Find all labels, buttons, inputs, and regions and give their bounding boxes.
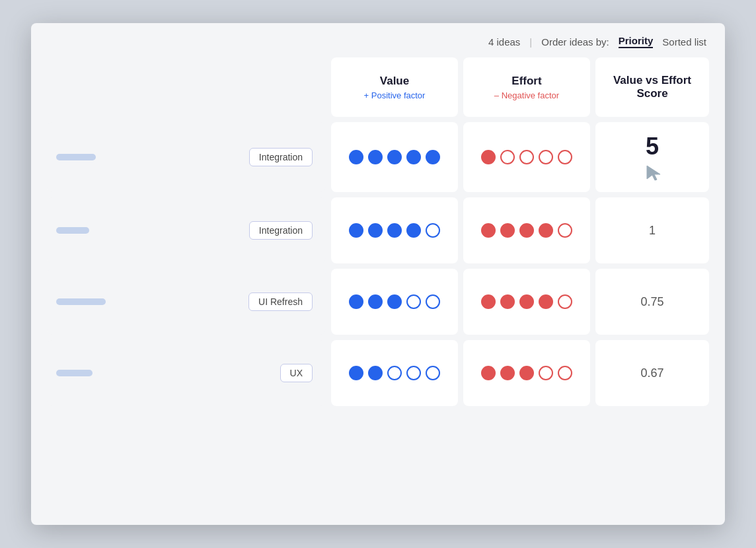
dot	[500, 150, 515, 164]
dot	[406, 294, 421, 309]
dot	[500, 223, 515, 238]
dot	[426, 294, 440, 309]
dot	[519, 294, 534, 309]
dot	[481, 366, 496, 380]
row-1-score-value: 5	[646, 133, 659, 160]
table-area: Value + Positive factor Effort – Negativ…	[31, 55, 725, 525]
dot	[500, 294, 515, 309]
header-effort-title: Effort	[511, 75, 541, 88]
row-4-effort	[463, 340, 590, 406]
row-2-value	[331, 197, 458, 263]
row-2-name-cell: Integration	[47, 197, 326, 263]
header-score-title: Value vs Effort Score	[606, 74, 699, 100]
header-effort-sub: – Negative factor	[494, 90, 559, 100]
dot	[539, 366, 553, 380]
dot	[406, 366, 421, 380]
row-4-bar	[56, 370, 93, 376]
dot	[368, 294, 383, 309]
dot	[349, 366, 363, 380]
row-4-tag[interactable]: UX	[280, 364, 313, 382]
row-2-score: 1	[595, 197, 709, 263]
row-1-value-dots	[349, 150, 440, 164]
top-bar: 4 ideas | Order ideas by: Priority Sorte…	[31, 23, 725, 55]
dot	[519, 366, 534, 380]
dot	[481, 150, 496, 164]
priority-sort-button[interactable]: Priority	[619, 35, 654, 48]
sorted-list-button[interactable]: Sorted list	[662, 36, 706, 48]
dot	[558, 366, 572, 380]
row-2-score-value: 1	[649, 224, 656, 238]
dot	[481, 223, 496, 238]
dot	[426, 366, 440, 380]
header-value: Value + Positive factor	[331, 57, 458, 117]
dot	[349, 150, 363, 164]
dot	[426, 150, 440, 164]
row-3-tag[interactable]: UI Refresh	[248, 292, 313, 311]
row-3-name-cell: UI Refresh	[47, 269, 326, 335]
row-3-effort-dots	[481, 294, 572, 309]
dot	[481, 294, 496, 309]
row-1-value	[331, 122, 458, 192]
main-window: 4 ideas | Order ideas by: Priority Sorte…	[31, 23, 725, 525]
dot	[387, 294, 402, 309]
row-2-value-dots	[349, 223, 440, 238]
dot	[368, 366, 383, 380]
cursor-icon	[643, 163, 662, 182]
dot	[426, 223, 440, 238]
row-2-bar	[56, 227, 89, 234]
row-1-name-cell: Integration	[47, 122, 326, 192]
row-3-score: 0.75	[595, 269, 709, 335]
dot	[349, 294, 363, 309]
dot	[558, 150, 572, 164]
row-1-effort-dots	[481, 150, 572, 164]
row-3-effort	[463, 269, 590, 335]
divider: |	[529, 36, 532, 48]
dot	[368, 150, 383, 164]
row-3-score-value: 0.75	[640, 295, 663, 309]
dot	[406, 150, 421, 164]
dot	[558, 294, 572, 309]
dot	[558, 223, 572, 238]
row-4-name-cell: UX	[47, 340, 326, 406]
header-effort: Effort – Negative factor	[463, 57, 590, 117]
dot	[500, 366, 515, 380]
dot	[387, 150, 402, 164]
grid: Value + Positive factor Effort – Negativ…	[44, 55, 712, 409]
dot	[387, 366, 402, 380]
header-value-title: Value	[380, 75, 409, 88]
row-1-tag[interactable]: Integration	[249, 148, 313, 166]
row-4-effort-dots	[481, 366, 572, 380]
dot	[519, 223, 534, 238]
idea-count: 4 ideas	[488, 36, 520, 48]
row-3-value	[331, 269, 458, 335]
header-empty	[47, 57, 326, 117]
dot	[539, 150, 553, 164]
row-2-effort	[463, 197, 590, 263]
dot	[387, 223, 402, 238]
svg-marker-0	[647, 166, 660, 180]
header-value-sub: + Positive factor	[364, 90, 426, 100]
row-1-score: 5	[595, 122, 709, 192]
row-3-bar	[56, 298, 106, 305]
row-3-value-dots	[349, 294, 440, 309]
dot	[406, 223, 421, 238]
row-4-score: 0.67	[595, 340, 709, 406]
header-score: Value vs Effort Score	[595, 57, 709, 117]
row-2-effort-dots	[481, 223, 572, 238]
dot	[539, 223, 553, 238]
dot	[349, 223, 363, 238]
dot	[539, 294, 553, 309]
row-4-value-dots	[349, 366, 440, 380]
row-1-bar	[56, 154, 96, 160]
row-1-effort	[463, 122, 590, 192]
order-label: Order ideas by:	[541, 36, 609, 48]
row-2-tag[interactable]: Integration	[249, 221, 313, 240]
row-4-value	[331, 340, 458, 406]
row-4-score-value: 0.67	[640, 366, 663, 380]
dot	[519, 150, 534, 164]
dot	[368, 223, 383, 238]
